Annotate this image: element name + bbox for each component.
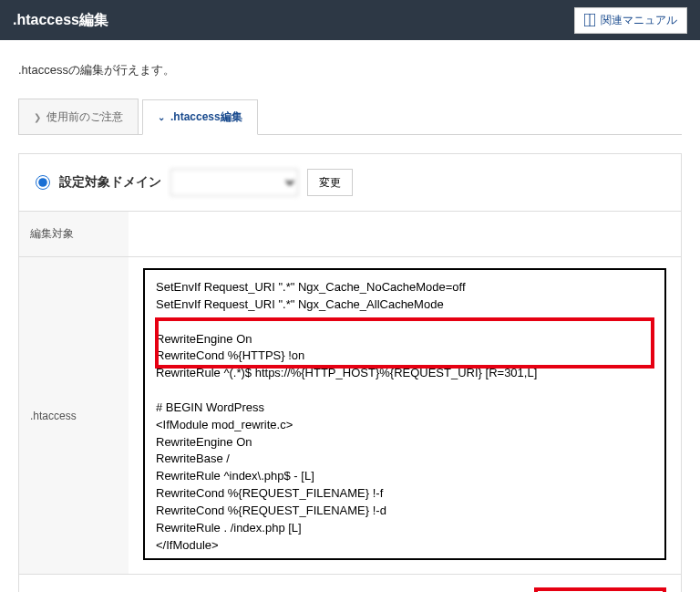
htaccess-textarea[interactable] bbox=[143, 268, 666, 560]
page-header: .htaccess編集 関連マニュアル bbox=[0, 0, 700, 40]
edit-target-label: 編集対象 bbox=[19, 212, 129, 256]
change-button[interactable]: 変更 bbox=[307, 169, 353, 196]
htaccess-row: .htaccess bbox=[19, 257, 681, 575]
related-manual-label: 関連マニュアル bbox=[601, 13, 677, 28]
chevron-down-icon: ⌄ bbox=[158, 112, 165, 122]
content-area: .htaccessの編集が行えます。 ❯ 使用前のご注意 ⌄ .htaccess… bbox=[0, 40, 700, 592]
htaccess-body bbox=[129, 257, 681, 574]
edit-target-row: 編集対象 bbox=[19, 212, 681, 257]
chevron-right-icon: ❯ bbox=[34, 112, 41, 122]
edit-target-value bbox=[143, 223, 451, 237]
page-title: .htaccess編集 bbox=[13, 11, 108, 30]
footer-row: 確認画面へ進む bbox=[19, 575, 681, 592]
tab-precautions-label: 使用前のご注意 bbox=[46, 109, 123, 125]
textarea-wrapper bbox=[143, 268, 666, 563]
tab-htaccess-edit-label: .htaccess編集 bbox=[170, 109, 242, 125]
htaccess-label: .htaccess bbox=[19, 257, 129, 574]
book-icon bbox=[584, 14, 595, 26]
domain-row: 設定対象ドメイン 変更 bbox=[19, 154, 681, 212]
domain-radio[interactable] bbox=[36, 175, 50, 190]
edit-target-body bbox=[129, 212, 681, 256]
tab-bar: ❯ 使用前のご注意 ⌄ .htaccess編集 bbox=[18, 99, 682, 135]
related-manual-button[interactable]: 関連マニュアル bbox=[574, 7, 687, 34]
tab-precautions[interactable]: ❯ 使用前のご注意 bbox=[18, 99, 139, 134]
domain-label: 設定対象ドメイン bbox=[59, 174, 161, 191]
domain-select[interactable] bbox=[170, 169, 298, 196]
highlight-box-confirm: 確認画面へ進む bbox=[534, 587, 666, 592]
tab-htaccess-edit[interactable]: ⌄ .htaccess編集 bbox=[142, 99, 258, 135]
page-description: .htaccessの編集が行えます。 bbox=[18, 62, 682, 78]
settings-panel: 設定対象ドメイン 変更 編集対象 .htaccess bbox=[18, 153, 682, 592]
